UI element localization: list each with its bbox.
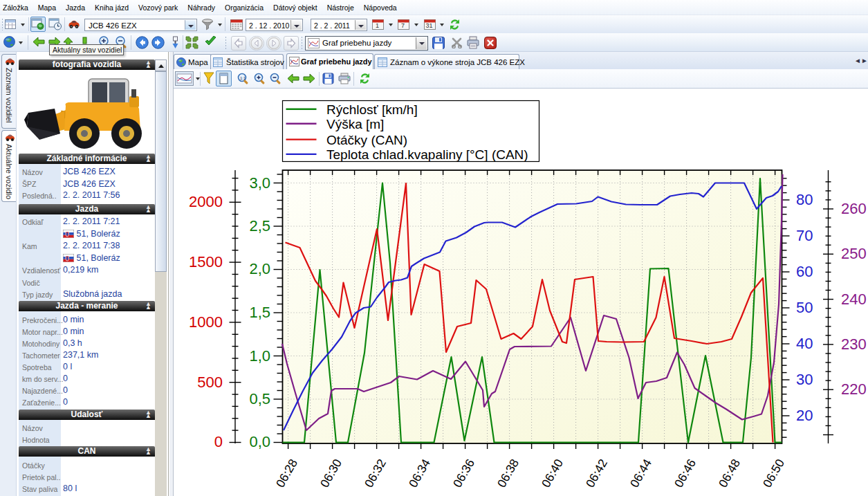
svg-text:70: 70 bbox=[796, 227, 813, 244]
svg-text:250: 250 bbox=[841, 245, 867, 262]
svg-text:260: 260 bbox=[841, 200, 867, 217]
svg-text:30: 30 bbox=[796, 371, 813, 388]
svg-text:06:36: 06:36 bbox=[450, 457, 477, 490]
svg-text:20: 20 bbox=[796, 407, 813, 424]
svg-text:06:50: 06:50 bbox=[760, 457, 787, 490]
svg-text:0,0: 0,0 bbox=[249, 433, 270, 450]
svg-text:2,5: 2,5 bbox=[249, 217, 270, 235]
svg-text:Otáčky (CAN): Otáčky (CAN) bbox=[326, 133, 407, 147]
svg-text:Teplota chlad.kvapaliny [°C] (: Teplota chlad.kvapaliny [°C] (CAN) bbox=[326, 147, 528, 162]
svg-text:220: 220 bbox=[841, 380, 867, 398]
svg-text:230: 230 bbox=[841, 336, 867, 353]
svg-text:06:38: 06:38 bbox=[495, 457, 521, 490]
svg-text:0: 0 bbox=[214, 433, 223, 450]
svg-text:3,0: 3,0 bbox=[249, 174, 270, 192]
svg-text:1: 1 bbox=[376, 22, 379, 29]
svg-text:06:34: 06:34 bbox=[406, 457, 433, 490]
svg-text:31: 31 bbox=[426, 22, 433, 29]
svg-text:0,5: 0,5 bbox=[249, 390, 270, 407]
svg-text:80: 80 bbox=[796, 191, 813, 208]
svg-text:06:28: 06:28 bbox=[273, 457, 300, 490]
svg-text:60: 60 bbox=[796, 263, 813, 280]
svg-text:1,0: 1,0 bbox=[249, 347, 270, 365]
svg-text:06:30: 06:30 bbox=[317, 457, 344, 490]
svg-text:2,0: 2,0 bbox=[249, 260, 270, 277]
svg-text:06:46: 06:46 bbox=[672, 457, 699, 490]
svg-text:40: 40 bbox=[796, 335, 813, 352]
svg-text:2000: 2000 bbox=[189, 193, 223, 210]
svg-text:06:32: 06:32 bbox=[362, 457, 389, 490]
svg-text:1000: 1000 bbox=[189, 313, 223, 331]
svg-text:1,5: 1,5 bbox=[249, 304, 270, 321]
svg-text:50: 50 bbox=[796, 299, 813, 316]
svg-text:500: 500 bbox=[197, 374, 223, 391]
svg-text:7: 7 bbox=[401, 22, 405, 29]
svg-text:Výška [m]: Výška [m] bbox=[326, 117, 384, 131]
svg-text:Rýchlosť [km/h]: Rýchlosť [km/h] bbox=[326, 102, 418, 117]
svg-text:06:44: 06:44 bbox=[627, 457, 654, 490]
svg-text:240: 240 bbox=[841, 291, 867, 308]
svg-text:06:40: 06:40 bbox=[539, 457, 566, 490]
svg-text:1500: 1500 bbox=[189, 253, 223, 270]
svg-text:06:42: 06:42 bbox=[583, 457, 610, 490]
svg-text:1:1: 1:1 bbox=[240, 76, 246, 80]
svg-text:06:48: 06:48 bbox=[716, 457, 743, 490]
